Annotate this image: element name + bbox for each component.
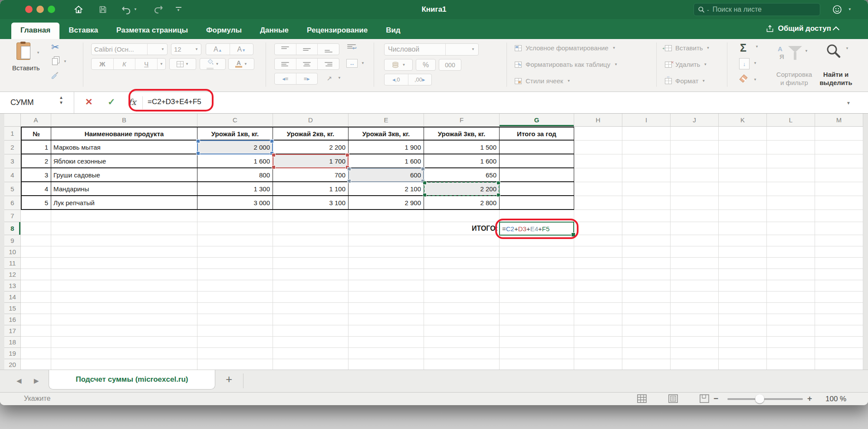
cell-J17[interactable] [671,325,719,337]
row-header-2[interactable]: 2 [4,141,21,154]
cell-I5[interactable] [622,182,671,196]
cell-A3[interactable]: 2 [21,154,51,168]
cell-B8[interactable] [51,222,197,235]
cell-I2[interactable] [622,141,671,154]
cell-K1[interactable] [719,127,767,141]
row-header-6[interactable]: 6 [4,196,21,210]
cell-I7[interactable] [622,210,671,222]
cell-A2[interactable]: 1 [21,141,51,154]
confirm-entry-icon[interactable]: ✓ [108,97,115,107]
cell-H18[interactable] [574,337,622,348]
cell-E17[interactable] [349,325,424,337]
cell-H12[interactable] [574,269,622,280]
cell-A10[interactable] [21,246,51,258]
find-select-button[interactable]: Найти и выделить [818,70,854,87]
cell-I19[interactable] [622,348,671,359]
cell-C16[interactable] [197,314,273,325]
column-header-H[interactable]: H [574,114,622,127]
column-header-I[interactable]: I [622,114,671,127]
formula-input[interactable]: =C2+D3+E4+F5 [148,98,201,106]
cell-E8[interactable] [349,222,424,235]
cell-H7[interactable] [574,210,622,222]
format-as-table-button[interactable]: ✎ Форматировать как таблицу▼ [515,61,618,68]
cell-K18[interactable] [719,337,767,348]
merge-dropdown-icon[interactable]: ▼ [361,62,365,65]
cell-F6[interactable]: 2 800 [424,196,500,210]
cell-D17[interactable] [273,325,349,337]
cell-G10[interactable] [500,246,574,258]
cell-M17[interactable] [815,325,863,337]
cell-B10[interactable] [51,246,197,258]
cell-I16[interactable] [622,314,671,325]
row-header-11[interactable]: 11 [4,258,21,269]
cell-G11[interactable] [500,258,574,269]
cell-A15[interactable] [21,303,51,314]
cell-A13[interactable] [21,280,51,291]
cell-D2[interactable]: 2 200 [273,141,349,154]
row-header-4[interactable]: 4 [4,168,21,182]
wrap-text-icon[interactable]: ↩ [347,44,356,49]
cell-C14[interactable] [197,291,273,303]
cell-H16[interactable] [574,314,622,325]
cell-L9[interactable] [767,235,815,246]
borders-button[interactable]: ▼ [169,58,196,70]
row-header-7[interactable]: 7 [4,210,21,222]
cell-G14[interactable] [500,291,574,303]
cell-E3[interactable]: 1 600 [349,154,424,168]
cell-J2[interactable] [671,141,719,154]
cell-L10[interactable] [767,246,815,258]
cell-L5[interactable] [767,182,815,196]
cell-L4[interactable] [767,168,815,182]
feedback-dropdown-icon[interactable]: ▼ [847,4,852,15]
row-header-8[interactable]: 8 [4,222,21,235]
cell-J14[interactable] [671,291,719,303]
cell-M10[interactable] [815,246,863,258]
cell-B18[interactable] [51,337,197,348]
cell-H11[interactable] [574,258,622,269]
undo-dropdown-icon[interactable]: ▼ [133,4,138,15]
cell-L12[interactable] [767,269,815,280]
cell-C7[interactable] [197,210,273,222]
cell-E15[interactable] [349,303,424,314]
cell-A20[interactable] [21,359,51,370]
cell-A18[interactable] [21,337,51,348]
next-sheet-icon[interactable]: ▶ [34,377,39,385]
cell-M2[interactable] [815,141,863,154]
tab-razmetka[interactable]: Разметка страницы [107,23,197,39]
cell-J12[interactable] [671,269,719,280]
cell-D16[interactable] [273,314,349,325]
cell-D14[interactable] [273,291,349,303]
page-break-view-icon[interactable] [700,394,709,403]
home-icon[interactable] [73,4,84,15]
cell-K4[interactable] [719,168,767,182]
conditional-formatting-button[interactable]: Условное форматирование▼ [515,44,616,52]
tab-vstavka[interactable]: Вставка [59,23,107,39]
cell-F19[interactable] [424,348,500,359]
cell-E1[interactable]: Урожай 3кв, кг. [349,127,424,141]
cell-C3[interactable]: 1 600 [197,154,273,168]
cell-B6[interactable]: Лук репчатый [51,196,197,210]
sheet-tab-active[interactable]: Подсчет суммы (microexcel.ru) [49,370,215,390]
row-header-18[interactable]: 18 [4,337,21,348]
align-center-button[interactable] [296,62,318,66]
row-header-13[interactable]: 13 [4,280,21,291]
column-header-L[interactable]: L [767,114,815,127]
zoom-slider-track[interactable] [727,398,803,400]
cut-icon[interactable]: ✂ [51,42,59,53]
cell-K20[interactable] [719,359,767,370]
collapse-ribbon-icon[interactable] [833,26,840,33]
cell-F10[interactable] [424,246,500,258]
column-header-A[interactable]: A [21,114,51,127]
cell-H1[interactable] [574,127,622,141]
cell-H2[interactable] [574,141,622,154]
thousands-format-button[interactable]: 000 [439,59,461,71]
expand-formula-bar-icon[interactable]: ▼ [846,101,851,105]
row-header-20[interactable]: 20 [4,359,21,370]
cell-B3[interactable]: Яблоки сезонные [51,154,197,168]
fill-down-icon[interactable]: ↓ [739,58,750,69]
cell-H6[interactable] [574,196,622,210]
cell-G17[interactable] [500,325,574,337]
cell-H4[interactable] [574,168,622,182]
cell-A6[interactable]: 5 [21,196,51,210]
total-label-cell[interactable]: ИТОГО: [424,222,500,235]
